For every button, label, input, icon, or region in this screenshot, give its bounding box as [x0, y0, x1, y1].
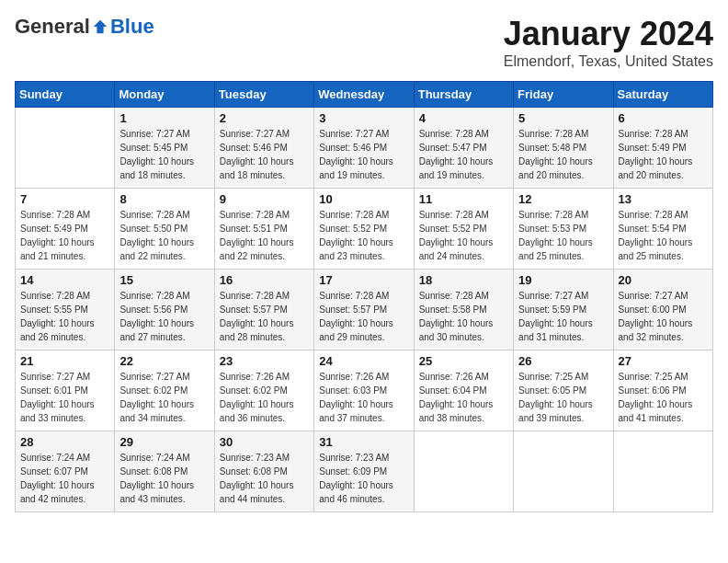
- day-number: 20: [619, 273, 708, 287]
- day-info: Sunrise: 7:24 AMSunset: 6:08 PMDaylight:…: [119, 451, 209, 506]
- day-number: 3: [319, 111, 408, 125]
- day-number: 21: [20, 354, 109, 368]
- week-row-2: 7Sunrise: 7:28 AMSunset: 5:49 PMDaylight…: [16, 189, 713, 270]
- day-info: Sunrise: 7:28 AMSunset: 5:54 PMDaylight:…: [619, 208, 708, 263]
- weekday-header-friday: Friday: [514, 82, 613, 108]
- calendar-cell: 12Sunrise: 7:28 AMSunset: 5:53 PMDayligh…: [514, 189, 613, 270]
- calendar-cell: 23Sunrise: 7:26 AMSunset: 6:02 PMDayligh…: [214, 350, 313, 431]
- week-row-4: 21Sunrise: 7:27 AMSunset: 6:01 PMDayligh…: [16, 350, 713, 431]
- weekday-header-tuesday: Tuesday: [214, 82, 313, 108]
- day-info: Sunrise: 7:23 AMSunset: 6:08 PMDaylight:…: [220, 451, 309, 506]
- day-number: 22: [119, 354, 209, 368]
- day-info: Sunrise: 7:25 AMSunset: 6:06 PMDaylight:…: [619, 370, 708, 425]
- calendar-subtitle: Elmendorf, Texas, United States: [504, 53, 713, 70]
- day-number: 16: [220, 273, 309, 287]
- day-info: Sunrise: 7:28 AMSunset: 5:47 PMDaylight:…: [419, 127, 508, 182]
- day-info: Sunrise: 7:25 AMSunset: 6:05 PMDaylight:…: [518, 370, 608, 425]
- day-info: Sunrise: 7:28 AMSunset: 5:53 PMDaylight:…: [518, 208, 608, 263]
- day-info: Sunrise: 7:28 AMSunset: 5:58 PMDaylight:…: [419, 289, 508, 344]
- day-number: 8: [119, 192, 209, 206]
- calendar-cell: [613, 431, 712, 512]
- calendar-cell: 6Sunrise: 7:28 AMSunset: 5:49 PMDaylight…: [613, 108, 712, 189]
- day-number: 15: [119, 273, 209, 287]
- day-info: Sunrise: 7:28 AMSunset: 5:48 PMDaylight:…: [518, 127, 608, 182]
- svg-marker-0: [94, 20, 107, 33]
- calendar-cell: 19Sunrise: 7:27 AMSunset: 5:59 PMDayligh…: [514, 270, 613, 350]
- day-number: 7: [20, 192, 109, 206]
- week-row-1: 1Sunrise: 7:27 AMSunset: 5:45 PMDaylight…: [16, 108, 713, 189]
- calendar-cell: 18Sunrise: 7:28 AMSunset: 5:58 PMDayligh…: [414, 270, 513, 350]
- day-number: 2: [220, 111, 309, 125]
- day-number: 6: [619, 111, 708, 125]
- day-info: Sunrise: 7:27 AMSunset: 6:02 PMDaylight:…: [119, 370, 209, 425]
- calendar-cell: 22Sunrise: 7:27 AMSunset: 6:02 PMDayligh…: [115, 350, 214, 431]
- calendar-cell: [414, 431, 513, 512]
- day-number: 5: [518, 111, 608, 125]
- day-info: Sunrise: 7:27 AMSunset: 6:00 PMDaylight:…: [619, 289, 708, 344]
- calendar-cell: 11Sunrise: 7:28 AMSunset: 5:52 PMDayligh…: [414, 189, 513, 270]
- day-info: Sunrise: 7:28 AMSunset: 5:52 PMDaylight:…: [419, 208, 508, 263]
- day-info: Sunrise: 7:28 AMSunset: 5:49 PMDaylight:…: [619, 127, 708, 182]
- day-info: Sunrise: 7:28 AMSunset: 5:57 PMDaylight:…: [220, 289, 309, 344]
- day-info: Sunrise: 7:28 AMSunset: 5:57 PMDaylight:…: [319, 289, 408, 344]
- day-info: Sunrise: 7:27 AMSunset: 5:45 PMDaylight:…: [119, 127, 209, 182]
- calendar-cell: 20Sunrise: 7:27 AMSunset: 6:00 PMDayligh…: [613, 270, 712, 350]
- day-number: 10: [319, 192, 408, 206]
- calendar-cell: 3Sunrise: 7:27 AMSunset: 5:46 PMDaylight…: [314, 108, 414, 189]
- day-info: Sunrise: 7:28 AMSunset: 5:52 PMDaylight:…: [319, 208, 408, 263]
- calendar-cell: 9Sunrise: 7:28 AMSunset: 5:51 PMDaylight…: [214, 189, 313, 270]
- calendar-table: SundayMondayTuesdayWednesdayThursdayFrid…: [15, 81, 713, 512]
- weekday-header-row: SundayMondayTuesdayWednesdayThursdayFrid…: [16, 82, 713, 108]
- day-info: Sunrise: 7:26 AMSunset: 6:04 PMDaylight:…: [419, 370, 508, 425]
- day-number: 11: [419, 192, 508, 206]
- logo-icon: [92, 18, 108, 35]
- calendar-cell: 31Sunrise: 7:23 AMSunset: 6:09 PMDayligh…: [314, 431, 414, 512]
- day-number: 30: [220, 435, 309, 449]
- day-number: 13: [619, 192, 708, 206]
- day-number: 26: [518, 354, 608, 368]
- calendar-cell: 4Sunrise: 7:28 AMSunset: 5:47 PMDaylight…: [414, 108, 513, 189]
- calendar-cell: 2Sunrise: 7:27 AMSunset: 5:46 PMDaylight…: [214, 108, 313, 189]
- day-info: Sunrise: 7:24 AMSunset: 6:07 PMDaylight:…: [20, 451, 109, 506]
- calendar-cell: 7Sunrise: 7:28 AMSunset: 5:49 PMDaylight…: [16, 189, 115, 270]
- calendar-title: January 2024: [504, 15, 713, 53]
- calendar-cell: 10Sunrise: 7:28 AMSunset: 5:52 PMDayligh…: [314, 189, 414, 270]
- day-info: Sunrise: 7:27 AMSunset: 5:59 PMDaylight:…: [518, 289, 608, 344]
- logo-general-text: General: [15, 15, 90, 39]
- calendar-cell: 29Sunrise: 7:24 AMSunset: 6:08 PMDayligh…: [115, 431, 214, 512]
- day-info: Sunrise: 7:28 AMSunset: 5:50 PMDaylight:…: [119, 208, 209, 263]
- day-number: 9: [220, 192, 309, 206]
- day-number: 4: [419, 111, 508, 125]
- page-header: General Blue January 2024 Elmendorf, Tex…: [15, 15, 713, 70]
- calendar-cell: 25Sunrise: 7:26 AMSunset: 6:04 PMDayligh…: [414, 350, 513, 431]
- calendar-cell: 26Sunrise: 7:25 AMSunset: 6:05 PMDayligh…: [514, 350, 613, 431]
- calendar-cell: 13Sunrise: 7:28 AMSunset: 5:54 PMDayligh…: [613, 189, 712, 270]
- day-info: Sunrise: 7:26 AMSunset: 6:02 PMDaylight:…: [220, 370, 309, 425]
- calendar-cell: 8Sunrise: 7:28 AMSunset: 5:50 PMDaylight…: [115, 189, 214, 270]
- title-block: January 2024 Elmendorf, Texas, United St…: [504, 15, 713, 70]
- calendar-cell: 24Sunrise: 7:26 AMSunset: 6:03 PMDayligh…: [314, 350, 414, 431]
- logo-blue-text: Blue: [110, 15, 154, 39]
- week-row-5: 28Sunrise: 7:24 AMSunset: 6:07 PMDayligh…: [16, 431, 713, 512]
- day-info: Sunrise: 7:28 AMSunset: 5:51 PMDaylight:…: [220, 208, 309, 263]
- weekday-header-monday: Monday: [115, 82, 214, 108]
- calendar-cell: 21Sunrise: 7:27 AMSunset: 6:01 PMDayligh…: [16, 350, 115, 431]
- day-number: 12: [518, 192, 608, 206]
- calendar-cell: [514, 431, 613, 512]
- weekday-header-saturday: Saturday: [613, 82, 712, 108]
- day-number: 31: [319, 435, 408, 449]
- calendar-cell: 28Sunrise: 7:24 AMSunset: 6:07 PMDayligh…: [16, 431, 115, 512]
- calendar-cell: 16Sunrise: 7:28 AMSunset: 5:57 PMDayligh…: [214, 270, 313, 350]
- day-number: 23: [220, 354, 309, 368]
- calendar-cell: [16, 108, 115, 189]
- calendar-cell: 27Sunrise: 7:25 AMSunset: 6:06 PMDayligh…: [613, 350, 712, 431]
- day-number: 1: [119, 111, 209, 125]
- day-number: 19: [518, 273, 608, 287]
- logo: General Blue: [15, 15, 154, 39]
- day-info: Sunrise: 7:27 AMSunset: 6:01 PMDaylight:…: [20, 370, 109, 425]
- day-info: Sunrise: 7:28 AMSunset: 5:49 PMDaylight:…: [20, 208, 109, 263]
- weekday-header-thursday: Thursday: [414, 82, 513, 108]
- calendar-cell: 17Sunrise: 7:28 AMSunset: 5:57 PMDayligh…: [314, 270, 414, 350]
- day-info: Sunrise: 7:23 AMSunset: 6:09 PMDaylight:…: [319, 451, 408, 506]
- day-number: 18: [419, 273, 508, 287]
